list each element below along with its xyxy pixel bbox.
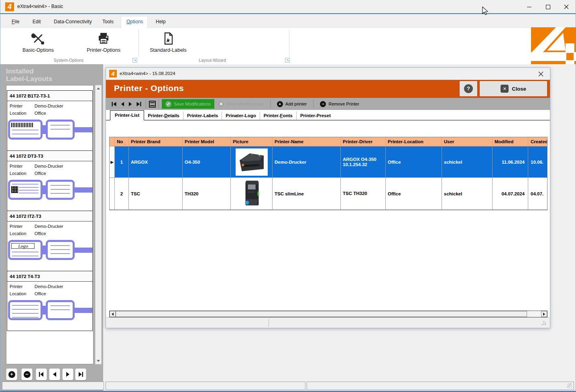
printer-options-dialog: 4 eXtra4<win4> - 15.08.2024 Printer - Op… [106,67,550,328]
maximize-icon [546,5,550,9]
header-printer-brand[interactable]: Printer Brand [129,137,183,146]
scroll-left-icon [112,313,114,316]
title-bar: 4 eXtra4<win4> - Basic [0,0,576,13]
scroll-right-button[interactable] [541,311,547,317]
last-record-button[interactable] [75,368,86,380]
dialog-resize-grip-icon[interactable] [540,321,544,325]
plus-icon: + [277,101,283,107]
header-modified[interactable]: Modified [493,137,528,146]
table-row-selected[interactable]: ▶ 1 ARGOX O4-350 Demo-Drucker ARGOX O4-3… [110,146,548,178]
cell-brand: TSC [129,178,183,210]
cell-brand: ARGOX [129,146,183,178]
dialog-launcher-icon[interactable]: ↘ [132,58,137,63]
tab-printer-list[interactable]: Printer-List [110,110,144,120]
save-modifications-button[interactable]: ✓ Save Modifications [162,99,214,109]
layout-card-it2[interactable]: 44 1072 IT2-T3 PrinterDemo-Drucker Locat… [7,211,93,271]
remove-layout-button[interactable]: − [21,368,33,380]
tab-printer-labels[interactable]: Printer-Labels [183,112,222,120]
remove-printer-button[interactable]: − Remove Printer [316,99,362,109]
tab-printer-preset[interactable]: Printer-Preset [297,112,334,120]
prev-record-button[interactable] [49,368,60,380]
layout-card-dt3[interactable]: 44 1072 DT3-T3 PrinterDemo-Drucker Locat… [7,150,93,211]
close-button[interactable] [560,2,573,11]
next-icon [66,372,70,377]
tab-printer-logo[interactable]: Prinater-Logo [222,112,260,120]
menu-help[interactable]: Help [153,18,168,26]
basic-options-button[interactable]: Basic-Options [17,30,59,57]
add-printer-button[interactable]: + Add printer [273,99,311,109]
layout-name: 44 1072 B1T2-T3-1 [7,91,92,101]
table-row[interactable]: 2 TSC TH320 TSC slimLine TSC TH320 Offic… [110,178,548,210]
add-layout-button[interactable]: + [6,368,17,380]
minus-icon: − [24,371,31,378]
help-button[interactable]: ? [459,80,478,97]
minimize-button[interactable] [522,2,536,11]
next-record-button[interactable] [62,368,73,380]
cell-driver: ARGOX O4-35010.1.254.32 [341,146,386,178]
header-printer-location[interactable]: Printer-Location [386,137,442,146]
maximize-button[interactable] [541,2,555,11]
tab-printer-fonts[interactable]: Printer-Fonts [260,112,297,120]
scroll-down-icon[interactable] [97,360,100,362]
dialog-launcher-icon[interactable]: ↘ [285,58,290,63]
plus-icon: + [8,371,15,378]
last-icon[interactable] [136,102,141,106]
layout-card-b1t2[interactable]: 44 1072 B1T2-T3-1 PrinterDemo-Drucker Lo… [7,90,93,150]
discard-label: Save Modifications [226,102,263,106]
sidebar-scrollbar[interactable] [95,85,102,364]
menu-file[interactable]: File [9,18,22,26]
prev-icon[interactable] [121,102,124,106]
dialog-content: No△ Printer Brand Printer Model Picture … [106,120,550,317]
location-label: Location [10,111,35,116]
layout-card-t4[interactable]: 44 1072 T4-T3 PrinterDemo-Drucker Locati… [7,271,93,331]
cell-created: 10.06. [528,146,548,178]
scrollbar-thumb[interactable] [116,311,527,317]
extra4-logo [531,27,576,64]
dialog-header: Printer - Options ? ✕ Close [106,80,550,98]
header-printer-model[interactable]: Printer Model [183,137,231,146]
first-icon[interactable] [112,102,117,106]
table-horizontal-scrollbar[interactable] [109,311,548,317]
printer-label: Printer [10,224,35,229]
printer-value: Demo-Drucker [35,224,63,229]
dialog-close-action-button[interactable]: ✕ Close [479,80,548,97]
discard-modifications-button[interactable]: ✕ Save Modifications [214,99,267,109]
header-no[interactable]: No△ [115,137,129,146]
window-title: eXtra4<win4> - Basic [17,4,63,9]
next-icon[interactable] [128,102,132,106]
menu-tools[interactable]: Tools [100,18,116,26]
minimize-icon [527,7,531,7]
standard-labels-button[interactable]: Standard-Labels [144,30,192,57]
status-panel-right [307,382,574,390]
header-created[interactable]: Created [528,137,548,146]
cell-picture [231,146,273,178]
cell-user: schickel [442,178,493,210]
first-record-button[interactable] [36,368,47,380]
help-icon: ? [464,84,473,93]
menu-options[interactable]: Options [124,18,145,26]
cell-location: Office [386,146,442,178]
tab-printer-details[interactable]: Printer-Details [144,112,183,120]
row-selector-cell: ▶ [110,146,115,178]
header-printer-driver[interactable]: Printer-Driver [341,137,386,146]
scrollbar-track[interactable] [527,311,541,317]
ribbon: Basic-Options Printer-Options Standard-L… [0,28,576,64]
header-user[interactable]: User [442,137,493,146]
header-printer-name[interactable]: Printer-Name [273,137,341,146]
menu-data-connectivity[interactable]: Data-Connectivity [51,18,94,26]
minus-icon: − [320,101,326,107]
menu-edit[interactable]: Edit [30,18,43,26]
argox-printer-image [236,148,268,176]
ribbon-button-label: Printer-Options [87,47,120,53]
resize-grip-icon[interactable] [567,383,572,388]
scroll-left-button[interactable] [110,311,116,317]
form-view-icon[interactable] [149,101,156,108]
cell-picture [231,178,273,210]
header-selector [110,137,115,146]
dialog-close-button[interactable] [537,70,544,77]
scroll-up-icon[interactable] [97,87,100,89]
printer-label: Printer [10,104,35,108]
printer-options-button[interactable]: Printer-Options [79,30,128,57]
barcode-graphic [11,123,34,127]
header-picture[interactable]: Picture [231,137,273,146]
